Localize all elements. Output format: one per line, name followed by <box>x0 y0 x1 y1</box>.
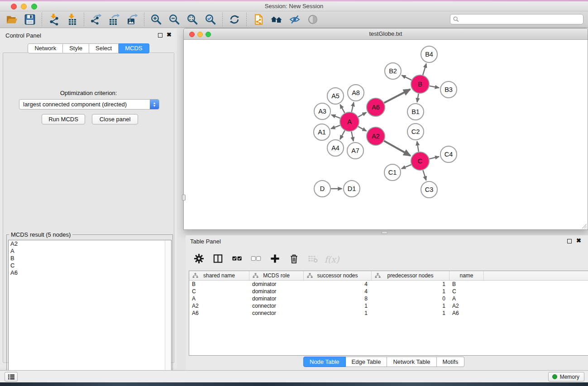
cell-name[interactable]: A2 <box>449 303 484 309</box>
edge-B-B4[interactable] <box>423 64 426 75</box>
window-resize-grip[interactable] <box>581 223 587 229</box>
table-panel-float-icon[interactable] <box>567 239 572 243</box>
cell-predecessor-nodes[interactable]: 1 <box>372 310 449 316</box>
edge-A-A2[interactable] <box>358 127 366 131</box>
open-folder-button[interactable] <box>3 12 21 27</box>
graph-node-C2[interactable]: C2 <box>407 124 424 140</box>
app-titlebar[interactable]: Session: New Session <box>0 1 588 11</box>
graph-node-D1[interactable]: D1 <box>344 181 360 197</box>
panel-divider-grip[interactable] <box>182 195 186 200</box>
tab-network[interactable]: Network <box>28 43 63 53</box>
edge-C-C4[interactable] <box>429 157 439 159</box>
edge-A2-C[interactable] <box>384 141 410 156</box>
export-image-button[interactable] <box>123 12 141 27</box>
cell-predecessor-nodes[interactable]: 1 <box>372 281 449 287</box>
graph-node-D[interactable]: D <box>314 181 330 197</box>
search-input[interactable] <box>459 14 583 24</box>
cell-predecessor-nodes[interactable]: 1 <box>372 288 449 295</box>
cell-shared-name[interactable]: A <box>189 295 249 302</box>
task-history-button[interactable] <box>5 372 18 381</box>
show-eye-button[interactable] <box>304 12 322 27</box>
cell-MCDS-role[interactable]: dominator <box>249 295 304 302</box>
tab-edge-table[interactable]: Edge Table <box>346 357 387 367</box>
refresh-button[interactable] <box>225 12 244 27</box>
dropdown-stepper-icon[interactable]: ▲▼ <box>150 100 159 109</box>
edge-A-A1[interactable] <box>331 125 340 129</box>
zoom-fit-button[interactable] <box>183 12 201 27</box>
edge-A-A7[interactable] <box>351 132 353 141</box>
column-header-MCDS-role[interactable]: MCDS role <box>249 271 304 280</box>
add-column-button[interactable] <box>269 253 281 265</box>
table-row[interactable]: A2connector11A2 <box>189 302 588 310</box>
node-table[interactable]: shared nameMCDS rolesuccessor nodesprede… <box>189 271 588 356</box>
edge-B-B2[interactable] <box>402 75 411 80</box>
graph-node-A6[interactable]: A6 <box>367 98 385 116</box>
export-table-button[interactable] <box>105 12 123 27</box>
graph-node-A4[interactable]: A4 <box>327 140 344 156</box>
edge-A-A8[interactable] <box>352 102 354 112</box>
column-header-predecessor-nodes[interactable]: predecessor nodes <box>372 271 449 280</box>
cell-name[interactable]: A <box>449 295 484 302</box>
graph-node-A8[interactable]: A8 <box>348 85 364 101</box>
cell-name[interactable]: B <box>449 281 484 287</box>
graph-node-A7[interactable]: A7 <box>347 143 363 159</box>
tab-motifs[interactable]: Motifs <box>437 357 465 367</box>
graph-node-A[interactable]: A <box>340 112 359 131</box>
horizontal-splitter-grip[interactable] <box>382 231 387 234</box>
tab-style[interactable]: Style <box>63 43 89 53</box>
edge-A-A6[interactable] <box>358 112 366 117</box>
close-panel-button[interactable]: Close panel <box>92 114 138 124</box>
home-button[interactable] <box>268 12 286 27</box>
import-table-button[interactable] <box>63 12 81 27</box>
network-document-button[interactable] <box>249 12 268 27</box>
table-row[interactable]: Cdominator41C <box>189 288 588 295</box>
criterion-dropdown[interactable]: largest connected component (directed) ▲… <box>19 99 159 110</box>
zoom-out-button[interactable] <box>165 12 183 27</box>
cell-MCDS-role[interactable]: dominator <box>249 288 304 295</box>
gear-button[interactable] <box>193 253 205 265</box>
select-all-button[interactable] <box>231 253 243 265</box>
hide-network-eye-button[interactable] <box>286 12 304 27</box>
edge-A-A3[interactable] <box>331 115 340 118</box>
cell-MCDS-role[interactable]: dominator <box>249 281 304 287</box>
float-panel-icon[interactable] <box>158 33 163 38</box>
memory-button[interactable]: Memory <box>548 372 584 381</box>
graph-node-A1[interactable]: A1 <box>314 124 330 140</box>
zoom-in-button[interactable] <box>147 12 165 27</box>
graph-node-B3[interactable]: B3 <box>440 81 457 98</box>
graph-node-B4[interactable]: B4 <box>421 46 437 62</box>
export-network-button[interactable] <box>87 12 105 27</box>
mcds-result-item[interactable]: B <box>9 255 171 262</box>
graph-node-C3[interactable]: C3 <box>421 181 437 198</box>
tab-mcds[interactable]: MCDS <box>119 43 149 53</box>
zoom-selected-button[interactable] <box>201 12 220 27</box>
cell-name[interactable]: A6 <box>449 310 484 316</box>
edge-C-C1[interactable] <box>402 165 411 169</box>
cell-successor-nodes[interactable]: 1 <box>304 303 372 309</box>
graph-node-C[interactable]: C <box>411 152 429 170</box>
table-panel-close-icon[interactable]: ✖ <box>576 237 581 244</box>
cell-MCDS-role[interactable]: connector <box>249 310 304 316</box>
edge-B-B3[interactable] <box>430 86 439 88</box>
table-row[interactable]: Adominator80A <box>189 295 588 302</box>
cell-successor-nodes[interactable]: 4 <box>304 281 372 287</box>
graph-node-B2[interactable]: B2 <box>385 63 401 79</box>
save-button[interactable] <box>21 12 39 27</box>
mcds-result-item[interactable]: A <box>9 248 171 255</box>
column-header-name[interactable]: name <box>449 271 484 280</box>
import-network-button[interactable] <box>45 12 63 27</box>
tab-network-table[interactable]: Network Table <box>387 357 436 367</box>
graph-node-C4[interactable]: C4 <box>440 146 457 162</box>
mcds-result-list[interactable]: A2ABCA6 <box>8 240 172 386</box>
deselect-all-button[interactable] <box>250 253 262 265</box>
graph-node-B1[interactable]: B1 <box>407 104 424 120</box>
edge-C-C3[interactable] <box>423 170 426 180</box>
edge-A-A4[interactable] <box>340 130 344 139</box>
edge-C-C2[interactable] <box>417 141 419 152</box>
column-header-shared-name[interactable]: shared name <box>189 271 249 280</box>
tab-select[interactable]: Select <box>89 43 119 53</box>
run-mcds-button[interactable]: Run MCDS <box>42 114 85 124</box>
table-row[interactable]: Bdominator41B <box>189 281 588 288</box>
graph-node-B[interactable]: B <box>411 75 429 93</box>
graph-node-C1[interactable]: C1 <box>384 164 401 181</box>
